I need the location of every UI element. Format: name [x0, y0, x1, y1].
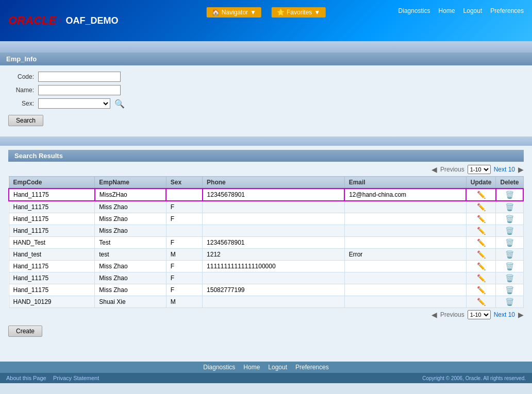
- delete-icon[interactable]: 🗑️: [505, 215, 514, 223]
- top-pagination: ◀ Previous 1-10 Next 10 ▶: [8, 165, 524, 174]
- cell-email: [344, 213, 466, 225]
- col-phone: Phone: [203, 177, 345, 189]
- cell-update: ✏️: [466, 284, 496, 296]
- name-label: Name:: [8, 87, 34, 94]
- cell-delete: 🗑️: [496, 261, 523, 272]
- cell-empname: Miss Zhao: [95, 201, 167, 213]
- cell-sex: [166, 225, 202, 237]
- footer-preferences[interactable]: Preferences: [295, 364, 329, 371]
- search-button[interactable]: Search: [8, 115, 43, 126]
- next-icon-bottom: ▶: [518, 311, 524, 319]
- diagnostics-link[interactable]: Diagnostics: [398, 7, 430, 14]
- cell-empname: Test: [95, 237, 167, 249]
- footer-home[interactable]: Home: [243, 364, 260, 371]
- footer-diagnostics[interactable]: Diagnostics: [203, 364, 235, 371]
- prev-icon-top: ◀: [431, 165, 437, 174]
- privacy-link[interactable]: Privacy Statement: [53, 375, 99, 381]
- cell-empname: test: [95, 249, 167, 261]
- delete-icon[interactable]: 🗑️: [505, 286, 514, 294]
- logo: ORACLE ® OAF_DEMO: [8, 14, 119, 27]
- cell-phone: [203, 296, 345, 308]
- cell-update: ✏️: [466, 296, 496, 308]
- table-row: Hand_11175Miss ZhaoF✏️🗑️: [9, 201, 523, 213]
- edit-icon[interactable]: ✏️: [477, 215, 486, 223]
- cell-sex: F: [166, 237, 202, 249]
- delete-icon[interactable]: 🗑️: [505, 298, 514, 306]
- edit-icon[interactable]: ✏️: [477, 238, 486, 247]
- table-row: Hand_11175MissZHao1234567890112@hand-chi…: [9, 189, 523, 201]
- cell-delete: 🗑️: [496, 201, 523, 213]
- edit-icon[interactable]: ✏️: [477, 298, 486, 306]
- cell-update: ✏️: [466, 272, 496, 284]
- search-icon-button[interactable]: 🔍: [114, 99, 125, 109]
- divider: [0, 136, 532, 146]
- name-row: Name:: [8, 85, 524, 95]
- name-input[interactable]: [38, 85, 121, 95]
- sex-select[interactable]: M F: [38, 98, 110, 109]
- cell-sex: M: [166, 296, 202, 308]
- cell-update: ✏️: [466, 237, 496, 249]
- emp-info-header: Emp_Info: [0, 53, 532, 65]
- search-btn-row: Search: [8, 112, 524, 126]
- cell-empcode: Hand_11175: [9, 225, 95, 237]
- table-row: HAND_10129Shuai XieM✏️🗑️: [9, 296, 523, 308]
- table-row: Hand_11175Miss ZhaoF✏️🗑️: [9, 272, 523, 284]
- cell-update: ✏️: [466, 225, 496, 237]
- cell-phone: 12345678901: [203, 189, 345, 201]
- delete-icon[interactable]: 🗑️: [505, 227, 514, 235]
- code-input[interactable]: [38, 72, 121, 82]
- delete-icon[interactable]: 🗑️: [505, 274, 514, 282]
- create-btn-row: Create: [8, 321, 524, 337]
- cell-empcode: Hand_11175: [9, 201, 95, 213]
- page-select-top[interactable]: 1-10: [468, 165, 491, 174]
- cell-phone: [203, 201, 345, 213]
- table-header-row: EmpCode EmpName Sex Phone Email Update D…: [9, 177, 523, 189]
- col-empname: EmpName: [95, 177, 167, 189]
- cell-phone: 12345678901: [203, 237, 345, 249]
- cell-update: ✏️: [466, 213, 496, 225]
- search-form: Code: Name: Sex: M F 🔍 Search: [0, 65, 532, 132]
- cell-empcode: Hand_11175: [9, 189, 95, 201]
- page-select-bottom[interactable]: 1-10: [468, 310, 491, 319]
- edit-icon[interactable]: ✏️: [477, 227, 486, 235]
- cell-empname: Miss Zhao: [95, 261, 167, 272]
- favorites-button[interactable]: ⭐ Favorites ▼: [272, 7, 325, 18]
- delete-icon[interactable]: 🗑️: [505, 191, 514, 199]
- next-10-link-top[interactable]: Next 10: [494, 166, 515, 173]
- center-nav: 🏠 Navigator ▼ ⭐ Favorites ▼: [207, 7, 326, 18]
- delete-icon[interactable]: 🗑️: [505, 262, 514, 270]
- create-button[interactable]: Create: [8, 326, 42, 337]
- sex-label: Sex:: [8, 100, 34, 107]
- edit-icon[interactable]: ✏️: [477, 191, 486, 199]
- delete-icon[interactable]: 🗑️: [505, 203, 514, 211]
- delete-icon[interactable]: 🗑️: [505, 250, 514, 259]
- table-row: Hand_11175Miss ZhaoF15082777199✏️🗑️: [9, 284, 523, 296]
- navigator-button[interactable]: 🏠 Navigator ▼: [207, 7, 261, 18]
- cell-sex: F: [166, 201, 202, 213]
- logout-link[interactable]: Logout: [463, 7, 483, 14]
- cell-empname: Miss Zhao: [95, 284, 167, 296]
- edit-icon[interactable]: ✏️: [477, 286, 486, 294]
- cell-delete: 🗑️: [496, 237, 523, 249]
- about-link[interactable]: About this Page: [6, 375, 46, 381]
- edit-icon[interactable]: ✏️: [477, 274, 486, 282]
- cell-sex: F: [166, 261, 202, 272]
- prev-icon-bottom: ◀: [431, 311, 437, 319]
- cell-email: Error: [344, 249, 466, 261]
- cell-email: [344, 225, 466, 237]
- cell-email: [344, 237, 466, 249]
- cell-empname: Miss Zhao: [95, 213, 167, 225]
- edit-icon[interactable]: ✏️: [477, 203, 486, 211]
- table-row: Hand_11175Miss Zhao✏️🗑️: [9, 225, 523, 237]
- next-10-link-bottom[interactable]: Next 10: [494, 311, 515, 318]
- preferences-link[interactable]: Preferences: [490, 7, 524, 14]
- cell-delete: 🗑️: [496, 296, 523, 308]
- home-link[interactable]: Home: [439, 7, 455, 14]
- previous-label-top: Previous: [440, 166, 464, 173]
- results-table: EmpCode EmpName Sex Phone Email Update D…: [8, 176, 524, 308]
- edit-icon[interactable]: ✏️: [477, 250, 486, 259]
- cell-email: [344, 284, 466, 296]
- footer-logout[interactable]: Logout: [268, 364, 287, 371]
- edit-icon[interactable]: ✏️: [477, 262, 486, 270]
- delete-icon[interactable]: 🗑️: [505, 238, 514, 247]
